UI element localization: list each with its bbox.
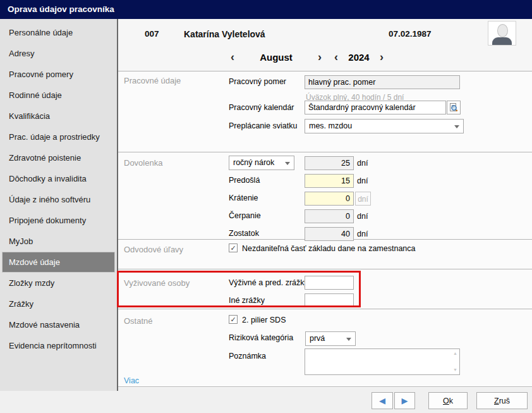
ine-zrazky-label: Iné zrážky: [229, 296, 265, 305]
section-label-pracovne-udaje: Pracovné údaje: [124, 76, 181, 85]
viac-link[interactable]: Viac: [124, 376, 139, 385]
right-triangle-icon: ▶: [402, 397, 408, 405]
pilier-sds-label: 2. pilier SDS: [242, 316, 286, 324]
cancel-access-key: Z: [494, 397, 499, 405]
nezdanitelna-cast-label: Nezdaniteľná časť základu dane na zamest…: [242, 244, 415, 253]
scroll-up-icon[interactable]: ▲: [453, 351, 457, 356]
dropdown-arrow-icon: [346, 338, 351, 341]
preplacanie-sviatku-value: mes. mzdou: [309, 121, 352, 130]
cerpanie-field: [305, 209, 354, 223]
cancel-label-rest: ruš: [499, 397, 510, 405]
next-month-button[interactable]: ›: [313, 50, 326, 64]
poznamka-label: Poznámka: [229, 352, 266, 361]
sidebar-item-mzdove-udaje[interactable]: Mzdové údaje: [2, 252, 115, 273]
predosla-unit: dní: [357, 176, 368, 185]
next-year-button[interactable]: ›: [375, 50, 388, 64]
pracovny-kalendar-field[interactable]: [305, 101, 446, 114]
left-triangle-icon: ◀: [379, 397, 385, 405]
previous-record-button[interactable]: ◀: [372, 392, 393, 409]
employee-number: 007: [145, 29, 159, 39]
employee-edit-window: { "window": { "title": "Oprava údajov pr…: [0, 0, 532, 413]
vyzivne-label: Výživné a pred. zrážky: [229, 278, 308, 287]
ine-zrazky-field[interactable]: [305, 293, 354, 307]
sidebar-item-pracovne-pomery[interactable]: Pracovné pomery: [0, 64, 117, 85]
title-bar: Oprava údajov pracovníka: [0, 0, 532, 19]
kratenie-field[interactable]: [305, 192, 354, 206]
pracovny-pomer-field: [305, 75, 460, 89]
month-year-navigation: ‹ August › ‹ 2024 ›: [226, 49, 388, 65]
predosla-field[interactable]: [305, 174, 354, 188]
person-shoulders-icon: [492, 37, 512, 46]
dropdown-arrow-icon: [454, 125, 459, 128]
sidebar-item-zlozky-mzdy[interactable]: Zložky mzdy: [0, 273, 117, 293]
kratenie-unit-button: dní: [355, 192, 371, 206]
nezdanitelna-cast-checkbox[interactable]: ✓: [229, 243, 238, 252]
sidebar-item-mzdove-nastavenia[interactable]: Mzdové nastavenia: [0, 314, 117, 335]
document-magnifier-icon: [449, 102, 459, 113]
rizikova-kategoria-value: prvá: [310, 334, 325, 343]
calendar-lookup-button[interactable]: [447, 101, 461, 114]
separator: [118, 71, 532, 71]
window-title: Oprava údajov pracovníka: [8, 4, 114, 14]
predosla-label: Predošlá: [229, 176, 260, 185]
employee-photo: [488, 21, 516, 46]
ok-label-rest: k: [449, 397, 453, 405]
rocny-narok-unit: dní: [357, 159, 368, 168]
pilier-sds-checkbox[interactable]: ✓: [229, 315, 238, 324]
dovolenka-typ-value: ročný nárok: [233, 158, 274, 167]
section-label-odvodove-ulavy: Odvodové úľavy: [124, 245, 183, 254]
kratenie-label: Krátenie: [229, 194, 258, 202]
sidebar-item-rodinne-udaje[interactable]: Rodinné údaje: [0, 85, 117, 106]
section-label-dovolenka: Dovolenka: [124, 158, 162, 168]
main-panel: 007 Katarína Vyletelová 07.02.1987 ‹ Aug…: [118, 19, 532, 388]
cerpanie-label: Čerpanie: [229, 211, 261, 220]
employee-name: Katarína Vyletelová: [184, 29, 265, 39]
separator: [118, 269, 532, 269]
separator: [118, 152, 532, 152]
vyzivne-field[interactable]: [305, 276, 354, 290]
cerpanie-unit: dní: [357, 212, 368, 221]
sidebar-item-evidencia-nepritomnosti[interactable]: Evidencia neprítomnosti: [0, 335, 117, 356]
ok-button[interactable]: Ok: [428, 392, 468, 409]
sidebar-item-adresy[interactable]: Adresy: [0, 43, 117, 64]
zostatok-label: Zostatok: [229, 229, 259, 238]
rocny-narok-field: [305, 156, 354, 170]
ok-access-key: O: [443, 397, 449, 405]
zostatok-field: [305, 227, 354, 241]
section-label-vyzivovane-osoby: Vyživované osoby: [124, 278, 190, 288]
month-label: August: [239, 52, 313, 63]
preplacanie-sviatku-label: Preplácanie sviatku: [229, 121, 297, 130]
poznamka-textarea[interactable]: ▲ ▼: [305, 348, 460, 375]
sidebar-item-kvalifikacia[interactable]: Kvalifikácia: [0, 106, 117, 126]
sidebar-item-prac-udaje-a-prostriedky[interactable]: Prac. údaje a prostriedky: [0, 126, 117, 147]
preplacanie-sviatku-select[interactable]: mes. mzdou: [305, 119, 464, 133]
sidebar: Personálne údaje Adresy Pracovné pomery …: [0, 19, 118, 391]
sidebar-item-dochodky-a-invalidita[interactable]: Dôchodky a invalidita: [0, 168, 117, 189]
rizikova-kategoria-select[interactable]: prvá: [305, 331, 356, 346]
dovolenka-typ-select[interactable]: ročný nárok: [229, 156, 294, 170]
sidebar-item-zrazky[interactable]: Zrážky: [0, 293, 117, 314]
next-record-button[interactable]: ▶: [394, 392, 415, 409]
pracovny-kalendar-label: Pracovný kalendár: [229, 103, 294, 112]
pracovny-pomer-label: Pracovný pomer: [229, 77, 286, 86]
prev-year-button[interactable]: ‹: [330, 50, 342, 64]
zostatok-unit: dní: [357, 230, 368, 238]
prev-month-button[interactable]: ‹: [226, 50, 239, 64]
birth-date: 07.02.1987: [389, 29, 432, 39]
scroll-down-icon[interactable]: ▼: [453, 367, 457, 373]
separator: [118, 386, 532, 387]
rizikova-kategoria-label: Riziková kategória: [229, 333, 293, 342]
year-label: 2024: [342, 52, 375, 63]
person-head-icon: [497, 24, 508, 37]
cancel-button[interactable]: Zruš: [476, 392, 528, 409]
sidebar-item-udaje-z-ineho-softveru[interactable]: Údaje z iného softvéru: [0, 189, 117, 210]
sidebar-item-zdravotne-poistenie[interactable]: Zdravotné poistenie: [0, 147, 117, 168]
section-label-ostatne: Ostatné: [124, 316, 153, 326]
dropdown-arrow-icon: [285, 162, 290, 165]
separator: [118, 309, 532, 309]
sidebar-item-pripojene-dokumenty[interactable]: Pripojené dokumenty: [0, 210, 117, 231]
sidebar-item-myjob[interactable]: MyJob: [0, 231, 117, 252]
sidebar-item-personalne-udaje[interactable]: Personálne údaje: [0, 22, 117, 43]
